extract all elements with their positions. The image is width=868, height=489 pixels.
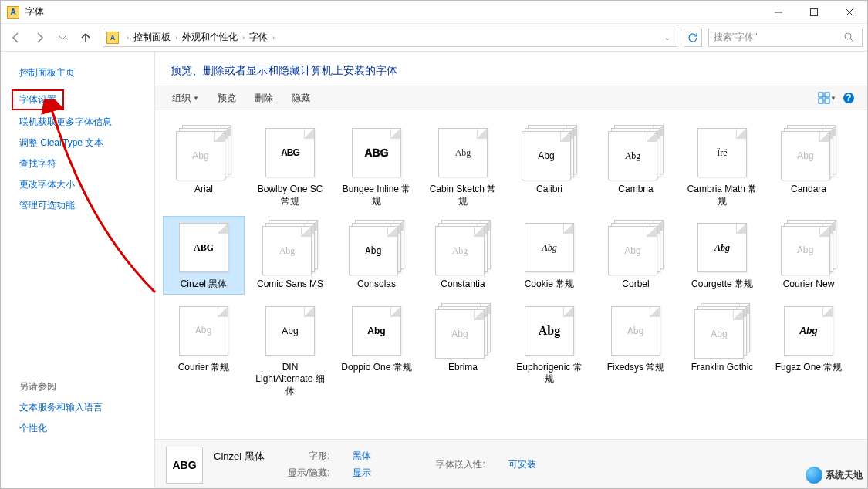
svg-rect-1 xyxy=(811,8,818,15)
font-item[interactable]: AbgCandara xyxy=(768,121,849,211)
font-sample: Abg xyxy=(797,245,814,256)
font-thumb: Abg xyxy=(522,220,577,275)
font-item[interactable]: AbgCourgette 常规 xyxy=(681,216,763,295)
svg-rect-6 xyxy=(819,93,823,97)
font-item[interactable]: ABGBowlby One SC 常规 xyxy=(249,121,331,211)
font-item[interactable]: AbgArial xyxy=(163,121,245,211)
font-thumb: Abg xyxy=(176,125,231,180)
font-thumb: Abg xyxy=(435,220,491,275)
breadcrumb-2[interactable]: 字体 xyxy=(248,31,269,44)
font-item[interactable]: AbgCalibri xyxy=(508,121,590,211)
font-thumb: Abg xyxy=(349,303,404,359)
font-item[interactable]: AbgConstantia xyxy=(422,216,504,295)
font-item[interactable]: AbgFranklin Gothic xyxy=(681,299,763,402)
minimize-button[interactable] xyxy=(761,1,796,24)
font-sample: Abg xyxy=(192,150,208,161)
svg-point-4 xyxy=(845,33,851,39)
font-item[interactable]: ÏrĕCambria Math 常规 xyxy=(681,121,763,211)
font-item[interactable]: ABGCinzel 黑体 xyxy=(163,216,245,295)
font-name: Cambria Math 常规 xyxy=(685,184,759,207)
sidebar-seealso-1[interactable]: 个性化 xyxy=(1,418,154,439)
font-name: Franklin Gothic xyxy=(691,362,754,374)
address-bar[interactable]: A › 控制面板 › 外观和个性化 › 字体 › ⌄ xyxy=(103,29,677,47)
close-button[interactable] xyxy=(832,1,867,24)
help-button[interactable]: ? xyxy=(839,89,858,107)
refresh-button[interactable] xyxy=(684,29,702,47)
font-sample: Abg xyxy=(451,329,468,339)
font-sample: Abg xyxy=(455,147,471,159)
font-name: Courier 常规 xyxy=(178,362,230,374)
font-thumb: Abg xyxy=(608,220,664,275)
sidebar-link-3[interactable]: 更改字体大小 xyxy=(1,174,154,195)
font-item[interactable]: AbgDoppio One 常规 xyxy=(336,299,417,402)
chevron-down-icon xyxy=(59,34,66,42)
details-thumb: ABG xyxy=(166,447,203,484)
font-sample: ABG xyxy=(281,147,299,158)
font-name: Candara xyxy=(791,184,826,196)
font-item[interactable]: AbgComic Sans MS xyxy=(249,216,331,295)
font-sample: Abg xyxy=(799,325,817,336)
breadcrumb-0[interactable]: 控制面板 xyxy=(132,31,172,44)
breadcrumb-sep: › xyxy=(239,34,248,42)
font-thumb: Abg xyxy=(435,125,491,180)
font-name: Cambria xyxy=(618,184,653,196)
font-item[interactable]: AbgCookie 常规 xyxy=(508,216,590,295)
font-item[interactable]: AbgCorbel xyxy=(595,216,677,295)
font-thumb: Abg xyxy=(608,303,664,359)
sidebar-link-4[interactable]: 管理可选功能 xyxy=(1,195,154,216)
font-thumb: Abg xyxy=(781,303,836,359)
font-item[interactable]: AbgFugaz One 常规 xyxy=(768,299,849,402)
view-options[interactable]: ▼ xyxy=(818,89,836,107)
sidebar-link-0[interactable]: 联机获取更多字体信息 xyxy=(1,112,154,133)
font-thumb: Abg xyxy=(608,125,664,180)
font-sample: ABG xyxy=(364,147,388,159)
up-button[interactable] xyxy=(75,27,96,49)
maximize-button[interactable] xyxy=(796,1,832,24)
font-name: Ebrima xyxy=(448,362,478,374)
font-item[interactable]: AbgConsolas xyxy=(336,216,417,295)
font-sample: Abg xyxy=(539,324,560,338)
font-item[interactable]: AbgEuphorigenic 常规 xyxy=(508,299,590,402)
sidebar: 控制面板主页 字体设置 联机获取更多字体信息 调整 ClearType 文本 查… xyxy=(1,52,155,489)
details-showhide-value: 显示 xyxy=(353,467,371,480)
sidebar-font-settings[interactable]: 字体设置 xyxy=(19,93,56,106)
globe-icon xyxy=(806,467,822,484)
back-button[interactable] xyxy=(5,27,27,49)
breadcrumb-sep: › xyxy=(269,34,278,42)
toolbar-hide[interactable]: 隐藏 xyxy=(284,89,318,108)
address-dropdown[interactable]: ⌄ xyxy=(661,34,674,42)
font-thumb: Abg xyxy=(435,303,491,359)
font-item[interactable]: AbgCourier 常规 xyxy=(163,299,245,402)
search-box[interactable]: 搜索"字体" xyxy=(708,29,863,47)
font-item[interactable]: AbgDIN LightAlternate 细体 xyxy=(249,299,331,402)
details-showhide-label: 显示/隐藏: xyxy=(288,467,330,480)
font-item[interactable]: AbgCambria xyxy=(595,121,677,211)
sidebar-seealso-0[interactable]: 文本服务和输入语言 xyxy=(1,397,154,418)
svg-line-5 xyxy=(850,39,853,42)
toolbar-organize[interactable]: 组织▼ xyxy=(164,89,207,108)
font-item[interactable]: AbgCourier New xyxy=(768,216,849,295)
font-item[interactable]: ABGBungee Inline 常规 xyxy=(336,121,417,211)
toolbar-preview[interactable]: 预览 xyxy=(210,89,244,108)
svg-rect-9 xyxy=(825,99,829,103)
sidebar-home[interactable]: 控制面板主页 xyxy=(1,62,154,83)
breadcrumb-1[interactable]: 外观和个性化 xyxy=(181,31,239,44)
font-item[interactable]: AbgFixedsys 常规 xyxy=(595,299,677,402)
font-sample: Abg xyxy=(797,150,813,161)
font-item[interactable]: AbgEbrima xyxy=(422,299,504,402)
sidebar-link-1[interactable]: 调整 ClearType 文本 xyxy=(1,133,154,153)
font-thumb: Abg xyxy=(176,303,231,359)
sidebar-link-2[interactable]: 查找字符 xyxy=(1,153,154,174)
font-sample: Abg xyxy=(452,245,468,257)
recent-dropdown[interactable] xyxy=(52,27,73,49)
font-item[interactable]: AbgCabin Sketch 常规 xyxy=(422,121,504,211)
font-sample: Abg xyxy=(714,242,730,254)
font-thumb: Ïrĕ xyxy=(694,125,750,180)
details-embed-label: 字体嵌入性: xyxy=(436,458,485,471)
forward-button[interactable] xyxy=(29,27,50,49)
font-name: Courgette 常规 xyxy=(691,278,753,291)
toolbar-delete[interactable]: 删除 xyxy=(247,89,281,108)
see-also-header: 另请参阅 xyxy=(1,376,154,397)
search-placeholder: 搜索"字体" xyxy=(714,31,758,44)
refresh-icon xyxy=(687,32,698,43)
